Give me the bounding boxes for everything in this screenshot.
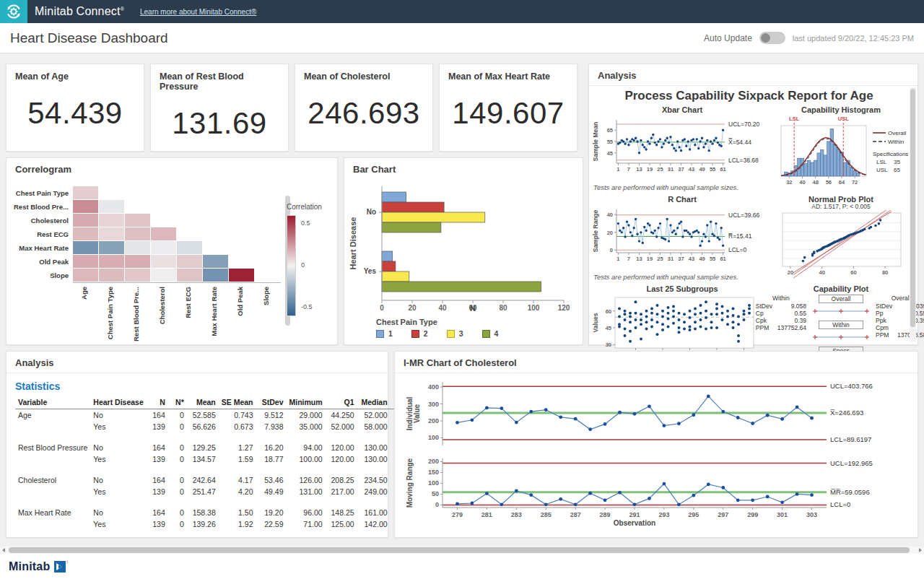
svg-text:M̅R̅=59.0596: M̅R̅=59.0596 [830, 488, 870, 496]
svg-text:295: 295 [688, 511, 699, 518]
svg-text:Sample Range: Sample Range [592, 209, 599, 252]
page-title: Heart Disease Dashboard [10, 30, 168, 46]
normal-prob-plot: Normal Prob Plot AD: 1.517, P: < 0.005 2… [774, 193, 908, 282]
correlation-legend: Correlation 0.5 0 -0.5 [287, 203, 327, 316]
svg-text:32: 32 [786, 179, 792, 186]
svg-text:UCL=192.965: UCL=192.965 [830, 459, 873, 467]
xbar-note: Tests are performed with unequal sample … [593, 183, 774, 191]
svg-text:20: 20 [788, 269, 793, 276]
panel-title: Bar Chart [344, 158, 583, 179]
bar-legend-item: 2 [411, 329, 428, 338]
auto-update-toggle[interactable] [759, 32, 785, 44]
svg-text:40: 40 [799, 179, 805, 186]
svg-text:LSL: LSL [876, 159, 887, 165]
correlogram-cell [99, 269, 124, 282]
moving-range-chart: 0501001502002792812832852872892912932952… [399, 454, 918, 531]
r-chart: R Chart 0204017131925313743495561UCL=39.… [590, 193, 774, 282]
svg-text:USL: USL [838, 116, 849, 122]
scroll-right-arrow[interactable] [919, 548, 922, 552]
svg-text:LCL=38.68: LCL=38.68 [728, 157, 759, 164]
correlogram-cell [73, 255, 98, 268]
panel-vertical-scrollbar[interactable] [910, 87, 916, 341]
kpi-title: Mean of Cholesterol [295, 64, 432, 82]
svg-text:299: 299 [747, 511, 758, 518]
column-header: SE Mean [219, 396, 256, 409]
correlogram-cell [177, 255, 202, 268]
panel-title: I-MR Chart of Cholesterol [395, 352, 918, 373]
panel-title: Analysis [6, 352, 388, 373]
correlogram-col-label: Chest Pain Type [106, 287, 114, 339]
svg-text:31: 31 [668, 166, 674, 173]
svg-text:200: 200 [428, 417, 439, 425]
svg-text:Value: Value [413, 404, 421, 424]
svg-text:Values: Values [592, 313, 599, 332]
correlogram-col-label: Slope [262, 287, 270, 305]
correlation-colorbar [287, 215, 296, 316]
learn-more-link[interactable]: Learn more about Minitab Connect® [140, 8, 256, 16]
svg-text:55: 55 [710, 256, 715, 262]
svg-text:35: 35 [894, 159, 900, 165]
svg-text:Within: Within [888, 139, 904, 145]
svg-text:Yes: Yes [364, 267, 377, 275]
svg-text:7: 7 [627, 256, 630, 262]
correlogram-cell [151, 255, 176, 268]
column-header: Q1 [326, 396, 357, 409]
correlogram-cell [99, 214, 124, 227]
column-header: Variable [15, 396, 90, 409]
svg-text:X̿=54.44: X̿=54.44 [728, 138, 751, 146]
svg-text:LSL: LSL [789, 116, 800, 122]
svg-text:300: 300 [428, 401, 439, 408]
correlogram-col-label: Age [80, 287, 88, 300]
svg-text:303: 303 [806, 511, 817, 518]
sync-gear-icon [5, 3, 22, 20]
correlogram-cell [203, 269, 228, 282]
correlogram-row-label: Max Heart Rate [9, 244, 69, 252]
kpi-value: 149.607 [440, 96, 577, 131]
svg-text:30: 30 [606, 341, 611, 348]
svg-text:49: 49 [699, 166, 705, 173]
scroll-left-arrow[interactable] [2, 548, 5, 552]
svg-text:No: No [367, 208, 376, 216]
svg-text:25: 25 [657, 256, 663, 262]
svg-text:301: 301 [777, 511, 788, 518]
svg-text:37: 37 [678, 256, 684, 262]
svg-text:60: 60 [850, 269, 856, 276]
correlogram-cell [73, 214, 98, 227]
svg-text:®: ® [66, 560, 68, 565]
kpi-card-max-hr: Mean of Max Heart Rate 149.607 [439, 64, 578, 152]
svg-text:13: 13 [636, 166, 642, 173]
svg-text:Observation: Observation [614, 519, 655, 527]
correlogram-cell [177, 269, 202, 282]
correlogram-cell [125, 241, 150, 254]
svg-text:19: 19 [647, 166, 653, 173]
column-header: Mean [187, 396, 219, 409]
xbar-chart: Xbar Chart 45556517131925313743495561UCL… [590, 103, 774, 193]
correlogram-row-label: Chest Pain Type [9, 189, 69, 197]
svg-text:72: 72 [852, 179, 858, 186]
svg-text:40: 40 [438, 304, 447, 312]
correlogram-cell [99, 200, 124, 213]
svg-text:19: 19 [647, 256, 653, 262]
correlogram-cell [99, 255, 124, 268]
svg-text:25: 25 [657, 166, 663, 173]
column-header: Median [357, 396, 391, 409]
brand-title: Minitab Connect® [35, 5, 124, 18]
correlogram-col-label: Max Heart Rate [210, 287, 218, 336]
correlogram-cell [125, 214, 150, 227]
correlogram-col-label: Rest ECG [184, 287, 192, 318]
kpi-card-age: Mean of Age 54.439 [6, 64, 144, 152]
correlogram-cell [73, 227, 98, 240]
correlogram-cell [73, 269, 98, 282]
page-header: Heart Disease Dashboard Auto Update last… [0, 23, 924, 53]
svg-text:49: 49 [699, 256, 705, 262]
svg-text:UCL=70.20: UCL=70.20 [728, 121, 760, 128]
footer-brand-text: Minitab [9, 560, 50, 573]
horizontal-scrollbar[interactable] [0, 547, 924, 554]
svg-text:LCL=0: LCL=0 [830, 500, 850, 508]
column-header: Minimum [287, 396, 326, 409]
r-note: Tests are performed with unequal sample … [593, 273, 774, 281]
svg-text:Specifications: Specifications [873, 151, 908, 157]
scrollbar-thumb[interactable] [9, 547, 910, 553]
svg-text:283: 283 [511, 511, 522, 518]
svg-text:LCL=89.6197: LCL=89.6197 [830, 435, 871, 443]
